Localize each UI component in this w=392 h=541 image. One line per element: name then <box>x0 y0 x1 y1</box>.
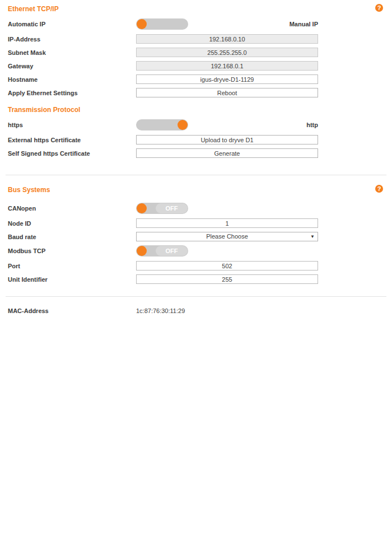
apply-ethernet-label: Apply Ethernet Settings <box>8 90 136 96</box>
http-label: http <box>306 122 318 128</box>
https-label: https <box>8 122 136 128</box>
apply-ethernet-row: Apply Ethernet Settings Reboot <box>8 88 318 97</box>
section-title-bus-systems-label: Bus Systems <box>8 186 50 194</box>
baud-rate-label: Baud rate <box>8 234 136 240</box>
gateway-input <box>136 61 318 71</box>
generate-certificate-button[interactable]: Generate <box>136 148 318 158</box>
protocol-row: https http <box>8 119 318 130</box>
section-title-transmission-label: Transmission Protocol <box>8 106 80 114</box>
unit-identifier-row: Unit Identifier <box>8 274 318 284</box>
ip-address-input <box>136 34 318 44</box>
canopen-toggle[interactable]: OFF <box>136 203 188 214</box>
section-title-transmission: Transmission Protocol <box>8 106 383 114</box>
mac-address-row: MAC-Address 1c:87:76:30:11:29 <box>8 307 318 314</box>
reboot-button[interactable]: Reboot <box>136 88 318 97</box>
automatic-ip-label: Automatic IP <box>8 21 136 27</box>
hostname-label: Hostname <box>8 76 136 83</box>
node-id-input[interactable] <box>136 218 318 228</box>
unit-identifier-input[interactable] <box>136 274 318 284</box>
section-title-ethernet-label: Ethernet TCP/IP <box>8 5 59 13</box>
help-icon[interactable]: ? <box>375 4 383 12</box>
port-row: Port <box>8 261 318 270</box>
canopen-label: CANopen <box>8 205 136 212</box>
self-signed-cert-row: Self Signed https Certificate Generate <box>8 148 318 158</box>
https-http-toggle[interactable] <box>136 119 188 130</box>
port-label: Port <box>8 263 136 269</box>
section-divider <box>6 296 386 297</box>
modbus-tcp-label: Modbus TCP <box>8 248 136 254</box>
subnet-mask-label: Subnet Mask <box>8 49 136 56</box>
ip-address-label: IP-Address <box>8 36 136 43</box>
network-settings-page: Ethernet TCP/IP ? Automatic IP Manual IP… <box>0 0 392 541</box>
toggle-knob <box>137 203 147 213</box>
manual-ip-label: Manual IP <box>290 21 318 27</box>
baud-rate-row: Baud rate Please Choose ▼ <box>8 232 318 241</box>
help-icon[interactable]: ? <box>375 185 383 193</box>
unit-identifier-label: Unit Identifier <box>8 276 136 283</box>
baud-rate-selected-value: Please Choose <box>206 233 248 240</box>
gateway-label: Gateway <box>8 63 136 69</box>
mac-address-value: 1c:87:76:30:11:29 <box>136 307 185 314</box>
mac-address-label: MAC-Address <box>8 307 136 314</box>
toggle-knob <box>178 120 188 130</box>
ip-address-row: IP-Address <box>8 34 318 44</box>
toggle-off-label: OFF <box>156 203 188 213</box>
section-title-ethernet: Ethernet TCP/IP ? <box>8 6 383 13</box>
automatic-ip-toggle[interactable] <box>136 18 188 30</box>
external-cert-label: External https Certificate <box>8 137 136 143</box>
section-title-bus-systems: Bus Systems ? <box>8 186 383 194</box>
upload-certificate-button[interactable]: Upload to dryve D1 <box>136 135 318 144</box>
node-id-row: Node ID <box>8 218 318 228</box>
baud-rate-select[interactable]: Please Choose ▼ <box>136 232 318 241</box>
toggle-off-label: OFF <box>156 246 188 256</box>
hostname-row: Hostname <box>8 74 318 84</box>
chevron-down-icon: ▼ <box>310 233 315 241</box>
modbus-tcp-toggle[interactable]: OFF <box>136 245 188 256</box>
canopen-row: CANopen OFF <box>8 203 318 214</box>
automatic-ip-row: Automatic IP Manual IP <box>8 18 318 30</box>
section-divider <box>6 175 386 175</box>
toggle-knob <box>137 19 147 29</box>
modbus-tcp-row: Modbus TCP OFF <box>8 245 318 256</box>
port-input[interactable] <box>136 261 318 270</box>
self-signed-cert-label: Self Signed https Certificate <box>8 150 136 157</box>
subnet-mask-input <box>136 48 318 57</box>
node-id-label: Node ID <box>8 220 136 227</box>
external-cert-row: External https Certificate Upload to dry… <box>8 135 318 144</box>
gateway-row: Gateway <box>8 61 318 71</box>
toggle-knob <box>137 246 147 256</box>
hostname-input[interactable] <box>136 74 318 84</box>
subnet-mask-row: Subnet Mask <box>8 48 318 57</box>
